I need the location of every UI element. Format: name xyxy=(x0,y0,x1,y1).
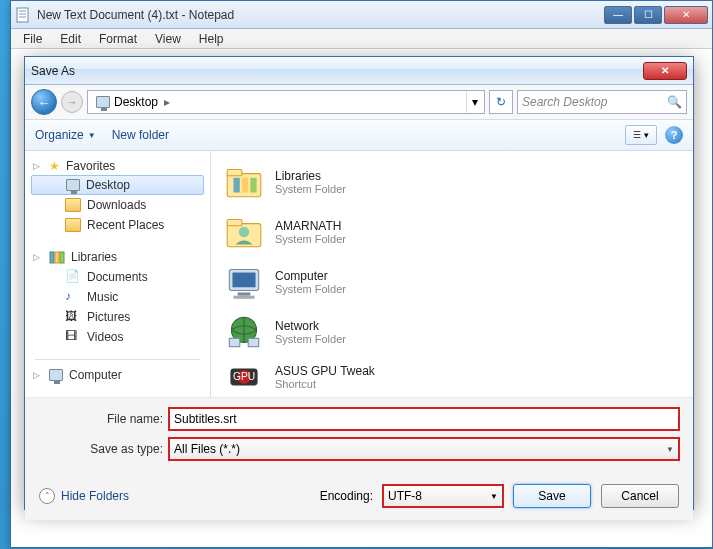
computer-icon xyxy=(49,369,63,381)
minimize-button[interactable]: — xyxy=(604,6,632,24)
network-icon xyxy=(223,311,265,353)
sidebar-favorites-header[interactable]: ▷ ★ Favorites xyxy=(25,157,210,175)
nav-back-button[interactable]: ← xyxy=(31,89,57,115)
search-placeholder: Search Desktop xyxy=(522,95,607,109)
saveastype-select[interactable]: All Files (*.*) ▼ xyxy=(169,438,679,460)
file-list[interactable]: LibrariesSystem Folder AMARNATHSystem Fo… xyxy=(211,151,693,397)
dialog-titlebar[interactable]: Save As ✕ xyxy=(25,57,693,85)
encoding-label: Encoding: xyxy=(320,489,373,503)
encoding-select[interactable]: UTF-8 ▼ xyxy=(383,485,503,507)
svg-rect-20 xyxy=(229,338,240,346)
refresh-button[interactable]: ↻ xyxy=(489,90,513,114)
pictures-icon: 🖼 xyxy=(65,309,81,325)
menu-view[interactable]: View xyxy=(147,30,189,48)
sidebar-computer-label: Computer xyxy=(69,368,122,382)
svg-rect-6 xyxy=(60,252,64,263)
svg-rect-8 xyxy=(227,169,242,175)
desktop-icon xyxy=(66,179,80,191)
cancel-button[interactable]: Cancel xyxy=(601,484,679,508)
dialog-title: Save As xyxy=(31,64,643,78)
svg-rect-4 xyxy=(50,252,54,263)
svg-rect-17 xyxy=(238,293,251,296)
sidebar-item-pictures[interactable]: 🖼Pictures xyxy=(25,307,210,327)
svg-text:GPU: GPU xyxy=(233,371,255,382)
svg-rect-13 xyxy=(227,219,242,225)
save-as-dialog: Save As ✕ ← → Desktop ▸ ▾ ↻ Search Deskt… xyxy=(24,56,694,510)
chevron-down-icon: ▼ xyxy=(490,492,498,501)
sidebar-item-recent[interactable]: Recent Places xyxy=(25,215,210,235)
svg-rect-10 xyxy=(242,178,248,193)
folder-icon xyxy=(65,198,81,212)
breadcrumb[interactable]: Desktop ▸ ▾ xyxy=(87,90,485,114)
close-button[interactable]: ✕ xyxy=(664,6,708,24)
sidebar: ▷ ★ Favorites Desktop Downloads Recent P… xyxy=(25,151,211,397)
caret-icon: ▷ xyxy=(33,370,40,380)
help-button[interactable]: ? xyxy=(665,126,683,144)
nav-forward-button: → xyxy=(61,91,83,113)
list-item[interactable]: AMARNATHSystem Folder xyxy=(219,207,685,257)
breadcrumb-label: Desktop xyxy=(114,95,158,109)
sidebar-item-documents[interactable]: 📄Documents xyxy=(25,267,210,287)
sidebar-item-downloads[interactable]: Downloads xyxy=(25,195,210,215)
svg-rect-5 xyxy=(55,252,59,263)
notepad-icon xyxy=(15,7,31,23)
hide-folders-button[interactable]: ˄ Hide Folders xyxy=(39,488,129,504)
sidebar-libraries-label: Libraries xyxy=(71,250,117,264)
svg-rect-16 xyxy=(232,273,255,288)
svg-rect-11 xyxy=(250,178,256,193)
search-input[interactable]: Search Desktop 🔍 xyxy=(517,90,687,114)
caret-icon: ▷ xyxy=(33,161,40,171)
svg-rect-18 xyxy=(234,296,255,299)
notepad-menubar: File Edit Format View Help xyxy=(11,29,712,49)
list-item[interactable]: NetworkSystem Folder xyxy=(219,307,685,357)
sidebar-libraries-header[interactable]: ▷ Libraries xyxy=(25,247,210,267)
list-item[interactable]: GPU ASUS GPU TweakShortcut xyxy=(219,357,685,397)
menu-edit[interactable]: Edit xyxy=(52,30,89,48)
svg-point-14 xyxy=(239,227,250,238)
menu-format[interactable]: Format xyxy=(91,30,145,48)
search-icon: 🔍 xyxy=(667,95,682,109)
sidebar-item-videos[interactable]: 🎞Videos xyxy=(25,327,210,347)
sidebar-item-desktop[interactable]: Desktop xyxy=(31,175,204,195)
notepad-titlebar[interactable]: New Text Document (4).txt - Notepad — ☐ … xyxy=(11,1,712,29)
organize-button[interactable]: Organize ▼ xyxy=(35,128,96,142)
user-folder-icon xyxy=(223,211,265,253)
breadcrumb-desktop[interactable]: Desktop ▸ xyxy=(90,91,178,113)
desktop-icon xyxy=(96,96,110,108)
saveastype-label: Save as type: xyxy=(39,442,169,456)
menu-file[interactable]: File xyxy=(15,30,50,48)
menu-help[interactable]: Help xyxy=(191,30,232,48)
notepad-title: New Text Document (4).txt - Notepad xyxy=(37,8,604,22)
breadcrumb-dropdown[interactable]: ▾ xyxy=(466,91,482,113)
filename-label: File name: xyxy=(39,412,169,426)
gpu-icon: GPU xyxy=(223,360,265,394)
chevron-down-icon: ▼ xyxy=(88,131,96,140)
sidebar-computer-header[interactable]: ▷ Computer xyxy=(25,366,210,384)
star-icon: ★ xyxy=(49,159,60,173)
dialog-close-button[interactable]: ✕ xyxy=(643,62,687,80)
save-button[interactable]: Save xyxy=(513,484,591,508)
svg-rect-21 xyxy=(248,338,259,346)
libraries-icon xyxy=(223,161,265,203)
list-item[interactable]: LibrariesSystem Folder xyxy=(219,157,685,207)
videos-icon: 🎞 xyxy=(65,329,81,345)
chevron-down-icon: ▼ xyxy=(666,445,674,454)
maximize-button[interactable]: ☐ xyxy=(634,6,662,24)
form-area: File name: Save as type: All Files (*.*)… xyxy=(25,397,693,476)
document-icon: 📄 xyxy=(65,269,81,285)
caret-icon: ▷ xyxy=(33,252,40,262)
svg-rect-0 xyxy=(17,8,28,22)
folder-icon xyxy=(65,218,81,232)
view-mode-button[interactable]: ☰ ▾ xyxy=(625,125,657,145)
bottom-row: ˄ Hide Folders Encoding: UTF-8 ▼ Save Ca… xyxy=(25,476,693,520)
chevron-right-icon[interactable]: ▸ xyxy=(162,95,172,109)
libraries-icon xyxy=(49,249,65,265)
sidebar-item-music[interactable]: ♪Music xyxy=(25,287,210,307)
svg-rect-9 xyxy=(234,178,240,193)
filename-input[interactable] xyxy=(169,408,679,430)
music-icon: ♪ xyxy=(65,289,81,305)
nav-row: ← → Desktop ▸ ▾ ↻ Search Desktop 🔍 xyxy=(25,85,693,119)
new-folder-button[interactable]: New folder xyxy=(112,128,169,142)
chevron-up-icon: ˄ xyxy=(39,488,55,504)
list-item[interactable]: ComputerSystem Folder xyxy=(219,257,685,307)
